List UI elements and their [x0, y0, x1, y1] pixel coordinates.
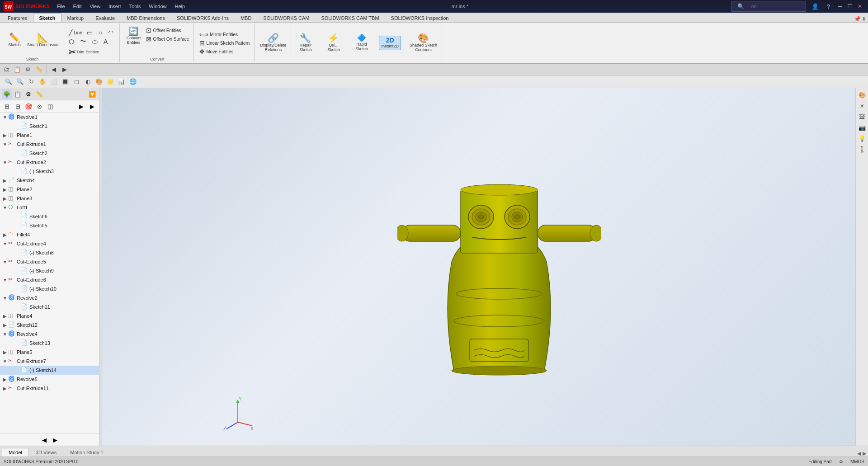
property-tab-icon[interactable]: 📋	[13, 65, 22, 74]
tree-item-revolve4[interactable]: ▼🌀Revolve4	[0, 329, 99, 339]
tab-sw-cam-tbm[interactable]: SOLIDWORKS CAM TBM	[315, 14, 385, 22]
tree-item-sketch12[interactable]: ▶📄Sketch12	[0, 320, 99, 329]
tree-item-cut-extrude2[interactable]: ▼✂Cut-Extrude2	[0, 158, 99, 167]
ellipse-button[interactable]: ⬭	[90, 38, 101, 46]
tab-model[interactable]: Model	[2, 448, 29, 457]
expand-all-icon[interactable]: ⊞	[2, 101, 12, 111]
tree-item-plane4[interactable]: ▶◫Plane4	[0, 311, 99, 320]
tree-item-sketch8[interactable]: 📄(-) Sketch8	[0, 248, 99, 257]
rp-scene-icon[interactable]: ☀	[857, 101, 867, 111]
tab-motion-study[interactable]: Motion Study 1	[63, 448, 110, 457]
instant2d-button[interactable]: 2D Instant2D	[379, 36, 401, 50]
mirror-entities-button[interactable]: ⟺Mirror Entities	[198, 30, 251, 38]
tree-item-cut-extrude5[interactable]: ▼✂Cut-Extrude5	[0, 257, 99, 266]
expand-icon-revolve1[interactable]: ▼	[2, 115, 8, 120]
tree-item-sketch13[interactable]: 📄Sketch13	[0, 339, 99, 348]
view-ambient-icon[interactable]: 🌐	[128, 77, 138, 87]
view-realview-icon[interactable]: 🌟	[105, 77, 115, 87]
tab-sw-inspection[interactable]: SOLIDWORKS Inspection	[385, 14, 455, 22]
text-button[interactable]: A	[102, 38, 111, 46]
expand-icon-sketch12[interactable]: ▶	[2, 323, 8, 328]
expand-icon-plane3[interactable]: ▶	[2, 196, 8, 201]
help-icon[interactable]: ?	[824, 2, 833, 11]
tab-sw-cam[interactable]: SOLIDWORKS CAM	[257, 14, 315, 22]
expand-icon-revolve2[interactable]: ▼	[2, 296, 8, 301]
tree-item-plane1[interactable]: ▶◫Plane1	[0, 131, 99, 140]
config-tab-icon[interactable]: ⚙	[24, 65, 33, 74]
expand-icon-revolve5[interactable]: ▶	[2, 377, 8, 382]
prev-icon[interactable]: ◀	[49, 65, 58, 74]
tree-item-sketch5[interactable]: 📄Sketch5	[0, 221, 99, 230]
view-shaded-icon[interactable]: 🔳	[60, 77, 70, 87]
menu-insert[interactable]: Insert	[105, 3, 125, 10]
menu-tools[interactable]: Tools	[126, 3, 145, 10]
view-style-icon[interactable]: ⬜	[49, 77, 59, 87]
tree-item-sketch4[interactable]: ▶📄Sketch4	[0, 176, 99, 185]
view-section-icon[interactable]: ◐	[83, 77, 93, 87]
filter-icon[interactable]: 🔽	[87, 89, 97, 99]
tree-item-revolve2[interactable]: ▼🌀Revolve2	[0, 293, 99, 302]
tree-item-sketch9[interactable]: 📄(-) Sketch9	[0, 266, 99, 275]
repair-sketch-button[interactable]: 🔧 RepairSketch	[296, 33, 316, 53]
rp-walk-through-icon[interactable]: 🚶	[857, 144, 867, 154]
expand-icon-plane5[interactable]: ▶	[2, 350, 8, 355]
features-tab-icon[interactable]: 🗂	[2, 65, 11, 74]
tab-features[interactable]: Features	[2, 14, 33, 22]
expand-icon-plane4[interactable]: ▶	[2, 314, 8, 319]
user-icon[interactable]: 👤	[809, 2, 821, 11]
convert-entities-button[interactable]: 🔄 ConvertEntities	[123, 26, 143, 46]
menu-view[interactable]: View	[86, 3, 104, 10]
tree-item-revolve5[interactable]: ▶🌀Revolve5	[0, 375, 99, 384]
more-options-icon2[interactable]: ▶	[87, 101, 97, 111]
tree-item-cut-extrude1[interactable]: ▼✂Cut-Extrude1	[0, 140, 99, 149]
view-appearance-icon[interactable]: 🎨	[94, 77, 104, 87]
view-pan-icon[interactable]: ✋	[38, 77, 47, 87]
search-input[interactable]	[749, 3, 803, 10]
spline-button[interactable]: 〜	[78, 37, 90, 46]
menu-help[interactable]: Help	[171, 3, 189, 10]
tree-item-sketch6[interactable]: 📄Sketch6	[0, 212, 99, 221]
tree-item-loft1[interactable]: ▼⬡Loft1	[0, 203, 99, 212]
quick-sketch-button[interactable]: ⚡ Qui...Sketch	[324, 33, 344, 53]
offset-entities-button[interactable]: ⊡Offset Entities	[144, 26, 191, 34]
display-delete-relations-button[interactable]: 🔗 Display/DeleteRelations	[258, 33, 288, 53]
line-button[interactable]: ╱Line	[67, 28, 84, 37]
tree-item-plane5[interactable]: ▶◫Plane5	[0, 348, 99, 357]
arc-button[interactable]: ◠	[106, 28, 117, 37]
rp-lights-icon[interactable]: 💡	[857, 133, 867, 143]
rect-button[interactable]: ▭	[85, 28, 96, 37]
rapid-sketch-button[interactable]: 🔷 RapidSketch	[352, 33, 372, 52]
tree-item-fillet4[interactable]: ▶◠Fillet4	[0, 230, 99, 239]
tree-item-sketch2[interactable]: 📄Sketch2	[0, 149, 99, 158]
expand-icon-cut-extrude7[interactable]: ▼	[2, 359, 8, 364]
offset-on-surface-button[interactable]: ⊠Offset On Surface	[144, 35, 191, 43]
menu-window[interactable]: Window	[145, 3, 170, 10]
expand-icon-cut-extrude4[interactable]: ▼	[2, 241, 8, 246]
rp-cameras-icon[interactable]: 📷	[857, 122, 867, 132]
rp-appearances-icon[interactable]: 🎨	[857, 90, 867, 100]
more-options-icon[interactable]: ▶	[76, 101, 86, 111]
expand-icon-plane2[interactable]: ▶	[2, 187, 8, 192]
tab-mbd-dimensions[interactable]: MBD Dimensions	[121, 14, 171, 22]
feature-tree-tab[interactable]: 🌳	[2, 89, 12, 99]
trim-entities-button[interactable]: ✂ Trim Entities	[67, 47, 101, 57]
expand-icon-cut-extrude6[interactable]: ▼	[2, 278, 8, 282]
tab-evaluate[interactable]: Evaluate	[90, 14, 121, 22]
pin-ribbon-icon[interactable]: 📌	[854, 16, 861, 22]
collapse-all-icon[interactable]: ⊟	[13, 101, 23, 111]
tree-item-cut-extrude4[interactable]: ▼✂Cut-Extrude4	[0, 239, 99, 248]
expand-icon-loft1[interactable]: ▼	[2, 205, 8, 210]
linear-sketch-pattern-button[interactable]: ⊞Linear Sketch Pattern	[198, 39, 251, 47]
dim-expert-icon[interactable]: 📏	[34, 65, 43, 74]
view-zoom-icon[interactable]: 🔍	[15, 77, 25, 87]
scroll-right-tab-icon[interactable]: ▶	[863, 451, 866, 457]
expand-icon-revolve4[interactable]: ▼	[2, 332, 8, 337]
tree-item-plane2[interactable]: ▶◫Plane2	[0, 185, 99, 194]
search-box[interactable]: 🔍	[731, 1, 806, 12]
tab-sketch[interactable]: Sketch	[33, 14, 61, 22]
tree-item-sketch10[interactable]: 📄(-) Sketch10	[0, 284, 99, 293]
close-button[interactable]: ✕	[855, 2, 864, 10]
expand-icon-plane1[interactable]: ▶	[2, 133, 8, 138]
smart-dimension-button[interactable]: 📐 Smart Dimension	[25, 32, 60, 48]
tree-item-plane3[interactable]: ▶◫Plane3	[0, 194, 99, 203]
